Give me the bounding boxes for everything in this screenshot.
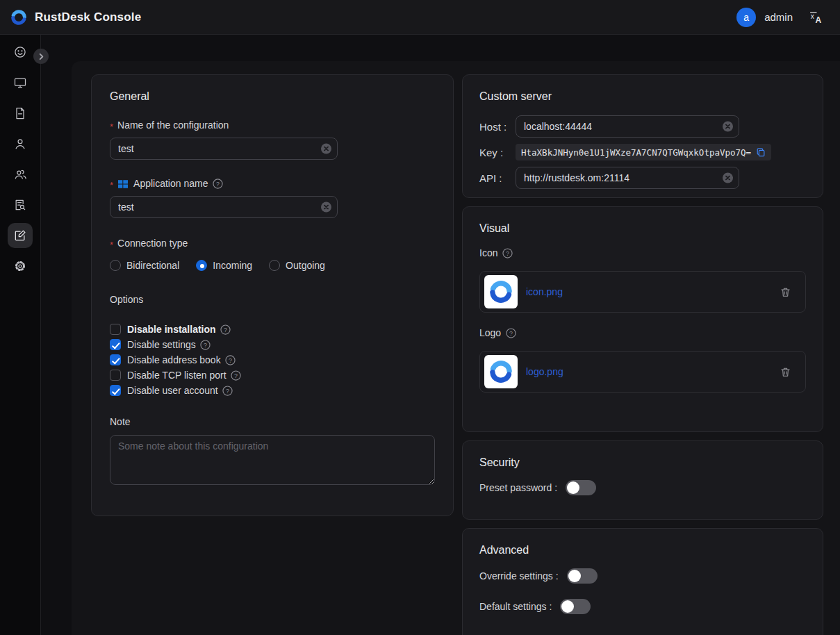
required-asterisk: *	[110, 120, 113, 133]
default-settings-label: Default settings :	[479, 601, 552, 612]
note-label: Note	[110, 415, 435, 429]
sidebar-item-dashboard[interactable]	[8, 40, 33, 65]
config-name-input[interactable]	[110, 138, 338, 160]
sidebar-item-settings[interactable]	[8, 254, 33, 279]
gear-icon	[13, 259, 27, 273]
help-icon[interactable]	[200, 340, 211, 350]
preset-password-toggle[interactable]	[566, 480, 596, 495]
sidebar-item-configurations[interactable]	[8, 223, 33, 248]
app-header: RustDesk Console a admin x A	[0, 0, 840, 35]
radio-control[interactable]	[110, 260, 121, 271]
sidebar-item-groups[interactable]	[8, 162, 33, 187]
clear-icon[interactable]	[723, 173, 733, 183]
edit-config-icon	[13, 229, 27, 242]
trash-icon	[780, 366, 791, 378]
icon-file-link[interactable]: icon.png	[526, 286, 563, 297]
radio-incoming[interactable]: Incoming	[196, 260, 252, 271]
sidebar-item-devices[interactable]	[8, 70, 33, 95]
content-card: General * Name of the configuration *	[72, 61, 840, 635]
logo-thumbnail[interactable]	[484, 355, 518, 388]
help-icon[interactable]	[231, 370, 241, 381]
panel-general: General * Name of the configuration *	[91, 74, 454, 516]
delete-icon-button[interactable]	[780, 286, 791, 298]
name-field-label: * Name of the configuration	[110, 119, 435, 132]
checkbox[interactable]	[110, 385, 121, 396]
radio-outgoing[interactable]: Outgoing	[269, 260, 325, 271]
username[interactable]: admin	[764, 11, 793, 23]
help-icon[interactable]	[225, 355, 236, 365]
custom-server-title: Custom server	[479, 89, 806, 104]
radio-bidirectional[interactable]: Bidirectional	[110, 260, 179, 271]
help-icon[interactable]	[502, 248, 513, 258]
help-icon[interactable]	[220, 324, 231, 335]
connection-type-group: Bidirectional Incoming Outgoing	[110, 260, 435, 271]
chevron-right-icon	[38, 53, 45, 60]
radio-control[interactable]	[196, 260, 207, 271]
default-settings-row: Default settings :	[479, 599, 806, 614]
avatar[interactable]: a	[736, 8, 756, 27]
user-icon	[13, 137, 27, 151]
option-disable-address-book: Disable address book	[110, 352, 435, 368]
host-input[interactable]	[516, 115, 739, 138]
key-label: Key :	[479, 147, 516, 158]
advanced-title: Advanced	[479, 543, 806, 557]
app-title: RustDesk Console	[35, 10, 141, 24]
panel-security: Security Preset password :	[462, 440, 823, 520]
header-right: a admin x A	[736, 8, 823, 27]
svg-text:A: A	[816, 15, 822, 25]
sidebar-item-audit[interactable]	[8, 192, 33, 217]
checkbox[interactable]	[110, 354, 121, 365]
override-settings-row: Override settings :	[479, 568, 806, 584]
default-settings-toggle[interactable]	[560, 599, 591, 614]
monitor-icon	[13, 76, 27, 90]
language-icon[interactable]: x A	[808, 10, 823, 25]
application-name-input[interactable]	[110, 196, 338, 218]
key-value: HtaXBkJNHyn0e1U1jWXze7A7CN7QTGWqxkOtpaVp…	[516, 144, 771, 160]
help-icon[interactable]	[506, 328, 516, 338]
required-asterisk: *	[110, 179, 113, 192]
override-settings-toggle[interactable]	[567, 568, 598, 584]
required-asterisk: *	[110, 238, 113, 251]
checkbox[interactable]	[110, 324, 121, 335]
icon-label: Icon	[479, 247, 806, 260]
help-icon[interactable]	[222, 386, 233, 396]
sidebar	[0, 35, 41, 635]
rustdesk-logo-icon	[488, 279, 514, 305]
audit-log-icon	[13, 198, 27, 212]
smile-icon	[13, 45, 27, 59]
api-input[interactable]	[516, 167, 739, 189]
copy-icon[interactable]	[756, 147, 766, 157]
sidebar-collapse-button[interactable]	[33, 49, 49, 64]
checkbox[interactable]	[110, 370, 121, 381]
user-group-icon	[13, 167, 27, 181]
preset-password-label: Preset password :	[479, 482, 557, 493]
api-label: API :	[479, 172, 516, 184]
icon-upload-row: icon.png	[479, 271, 806, 313]
logo-file-link[interactable]: logo.png	[526, 366, 563, 377]
note-textarea[interactable]	[110, 435, 435, 485]
clear-icon[interactable]	[321, 202, 331, 213]
option-disable-user-account: Disable user account	[110, 383, 435, 398]
key-row: Key : HtaXBkJNHyn0e1U1jWXze7A7CN7QTGWqxk…	[479, 144, 806, 160]
panel-custom-server: Custom server Host : Key : H	[462, 74, 823, 198]
help-icon[interactable]	[213, 179, 223, 189]
checkbox[interactable]	[110, 339, 121, 350]
radio-control[interactable]	[269, 260, 280, 271]
windows-icon	[117, 179, 129, 190]
options-label: Options	[110, 293, 435, 306]
sidebar-item-users[interactable]	[8, 131, 33, 156]
svg-text:x: x	[811, 13, 814, 20]
logo-label: Logo	[479, 327, 806, 340]
security-title: Security	[479, 455, 806, 470]
option-disable-tcp-listen-port: Disable TCP listen port	[110, 368, 435, 383]
delete-logo-button[interactable]	[780, 366, 791, 378]
clear-icon[interactable]	[723, 122, 733, 132]
brand: RustDesk Console	[10, 8, 141, 26]
option-disable-settings: Disable settings	[110, 337, 435, 352]
option-disable-installation: Disable installation	[110, 322, 435, 337]
clear-icon[interactable]	[321, 144, 331, 154]
sidebar-item-documents[interactable]	[8, 101, 33, 126]
icon-thumbnail[interactable]	[484, 275, 518, 308]
avatar-initial: a	[743, 12, 749, 23]
rustdesk-logo-icon	[10, 8, 28, 26]
